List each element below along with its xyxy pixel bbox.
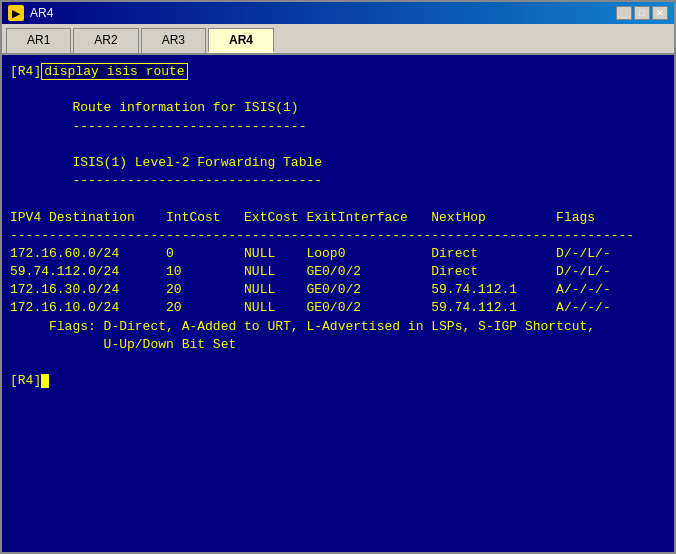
table-header: IPV4 Destination IntCost ExtCost ExitInt… xyxy=(10,210,595,225)
table-row-3: 172.16.10.0/24 20 NULL GE0/0/2 59.74.112… xyxy=(10,300,611,315)
command-text: display isis route xyxy=(41,63,187,80)
tab-ar4[interactable]: AR4 xyxy=(208,28,274,53)
table-row-2: 172.16.30.0/24 20 NULL GE0/0/2 59.74.112… xyxy=(10,282,611,297)
table-border: ----------------------------------------… xyxy=(10,228,634,243)
prompt-2: [R4] xyxy=(10,373,41,388)
maximize-button[interactable]: □ xyxy=(634,6,650,20)
level-header: ISIS(1) Level-2 Forwarding Table xyxy=(10,155,322,170)
title-controls: _ □ ✕ xyxy=(616,6,668,20)
table-row-1: 59.74.112.0/24 10 NULL GE0/0/2 Direct D/… xyxy=(10,264,611,279)
cursor xyxy=(41,374,49,388)
minimize-button[interactable]: _ xyxy=(616,6,632,20)
table-row-0: 172.16.60.0/24 0 NULL Loop0 Direct D/-/L… xyxy=(10,246,611,261)
tab-ar2[interactable]: AR2 xyxy=(73,28,138,53)
tabs-bar: AR1 AR2 AR3 AR4 xyxy=(2,24,674,55)
flags-line-1: Flags: D-Direct, A-Added to URT, L-Adver… xyxy=(10,319,595,334)
prompt-1: [R4] xyxy=(10,64,41,79)
title-bar-left: ▶ AR4 xyxy=(8,5,53,21)
tab-ar3[interactable]: AR3 xyxy=(141,28,206,53)
separator-1: ------------------------------ xyxy=(10,119,306,134)
app-icon: ▶ xyxy=(8,5,24,21)
separator-2: -------------------------------- xyxy=(10,173,322,188)
tab-ar1[interactable]: AR1 xyxy=(6,28,71,53)
title-bar: ▶ AR4 _ □ ✕ xyxy=(2,2,674,24)
main-window: ▶ AR4 _ □ ✕ AR1 AR2 AR3 AR4 [R4]display … xyxy=(0,0,676,554)
section-title: Route information for ISIS(1) xyxy=(10,100,299,115)
flags-line-2: U-Up/Down Bit Set xyxy=(10,337,236,352)
terminal-area[interactable]: [R4]display isis route Route information… xyxy=(2,55,674,552)
terminal-content: [R4]display isis route Route information… xyxy=(10,63,666,390)
close-button[interactable]: ✕ xyxy=(652,6,668,20)
window-title: AR4 xyxy=(30,6,53,20)
